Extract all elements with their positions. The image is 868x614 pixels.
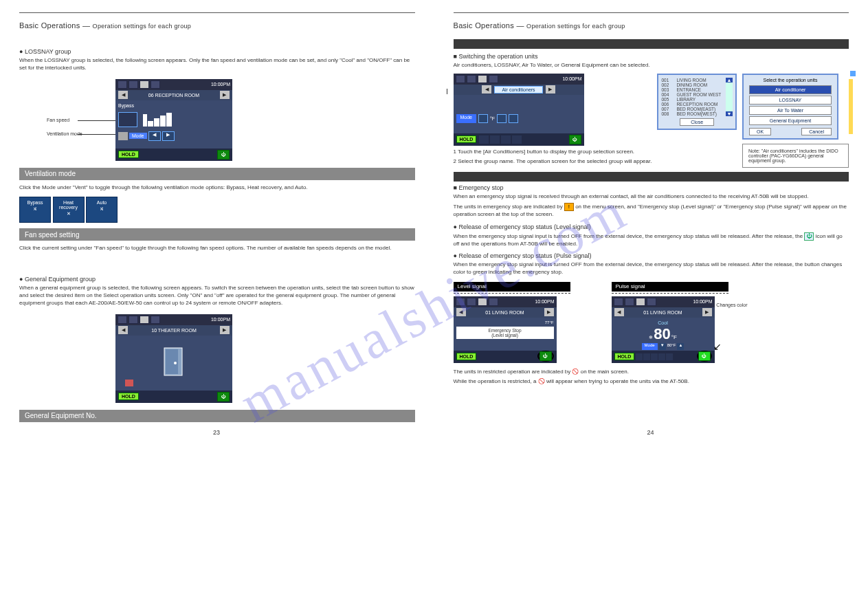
ventmode-desc: Click the Mode under "Vent" to toggle th… xyxy=(19,184,415,192)
emergency-p1: When an emergency stop signal is receive… xyxy=(454,193,849,201)
page-left: Basic Operations — Operation settings fo… xyxy=(0,0,434,439)
fan-bars-icon[interactable] xyxy=(143,113,173,127)
lcd-pulse: 10:00PM ◀ 01 LIVING ROOM ▶ Cool ❄ 80 °F … xyxy=(612,296,715,363)
scrollbar[interactable]: ▲ ▼ xyxy=(726,78,733,116)
view-icon-3[interactable] xyxy=(140,80,149,89)
restricted-p1: The units in restricted operation are in… xyxy=(454,369,849,376)
lossnay-title: ● LOSSNAY group xyxy=(19,48,415,55)
em-row: 01 LIVING ROOM xyxy=(485,310,524,315)
view-icon-3b[interactable] xyxy=(140,316,149,324)
hold-button-2[interactable]: HOLD xyxy=(118,393,139,400)
power-button-2[interactable]: ⏻ xyxy=(217,392,230,402)
cool-label: Cool xyxy=(614,320,712,325)
opt-ge[interactable]: General Equipment xyxy=(749,116,832,125)
prev-group-button[interactable]: ◀ xyxy=(118,91,128,99)
view-icon-2[interactable] xyxy=(129,80,138,89)
e2[interactable] xyxy=(467,298,476,306)
pl-prev[interactable]: ◀ xyxy=(614,308,624,316)
p2[interactable] xyxy=(625,298,634,306)
power-small-icon: ⏻ xyxy=(804,232,814,241)
lcd-switch: 10:00PM ◀ Air conditioners ▶ Mode °F xyxy=(454,74,584,146)
em-pwr[interactable]: ⏻ xyxy=(539,351,552,361)
pl-down[interactable]: ▼ xyxy=(659,343,666,350)
sw-up2[interactable] xyxy=(509,114,518,123)
opt-atw[interactable]: Air To Water xyxy=(749,106,832,115)
plico3[interactable] xyxy=(651,353,658,360)
group-name-2: 10 THEATER ROOM xyxy=(151,328,196,333)
power-button[interactable]: ⏻ xyxy=(217,150,230,160)
close-button[interactable]: Close xyxy=(680,118,714,126)
opt-lossnay[interactable]: LOSSNAY xyxy=(749,96,832,105)
plico4[interactable] xyxy=(658,353,665,360)
sw-dn[interactable] xyxy=(478,114,488,123)
prev-group-button-2[interactable]: ◀ xyxy=(118,326,128,334)
plico2[interactable] xyxy=(643,353,650,360)
p4[interactable] xyxy=(647,298,656,306)
pl-pwr[interactable]: ⏻ xyxy=(698,351,711,361)
pl-up[interactable]: ▲ xyxy=(677,343,684,350)
ico-c[interactable] xyxy=(501,135,511,144)
p3[interactable] xyxy=(636,298,645,306)
changes-color-callout: Changes color xyxy=(716,303,747,307)
next-group-button[interactable]: ▶ xyxy=(220,91,230,99)
ico-a[interactable] xyxy=(479,135,489,144)
scroll-down-icon[interactable]: ▼ xyxy=(726,111,733,116)
lcd-emergency: 10:00PM ◀ 01 LIVING ROOM ▶ 77°F Emergenc… xyxy=(454,296,557,363)
page-right: Basic Operations — Operation settings fo… xyxy=(434,0,869,439)
em-prev[interactable]: ◀ xyxy=(456,308,466,316)
scroll-up-icon[interactable]: ▲ xyxy=(726,78,733,83)
plico1[interactable] xyxy=(636,353,643,360)
vent-small-icon xyxy=(118,132,128,140)
hold-button[interactable]: HOLD xyxy=(118,151,139,158)
p1[interactable] xyxy=(614,298,623,306)
lcd-general: 10:00PM ◀ 10 THEATER ROOM ▶ HOLD xyxy=(115,314,232,403)
callout-fanspeed: Fan speed xyxy=(47,118,69,122)
release-level-text: When the emergency stop signal input is … xyxy=(454,232,849,248)
em-hold[interactable]: HOLD xyxy=(456,353,477,360)
ico-d[interactable] xyxy=(512,135,522,144)
v1[interactable] xyxy=(456,75,465,83)
release-pulse-title: ● Release of emergency stop status (Puls… xyxy=(454,252,849,259)
v3[interactable] xyxy=(478,75,487,83)
view-icon-1[interactable] xyxy=(118,80,127,89)
e4[interactable] xyxy=(489,298,498,306)
switch-units-desc: Air conditioners, LOSSNAY, Air To Water,… xyxy=(454,62,849,69)
air-conditioners-button[interactable]: Air conditioners xyxy=(494,86,542,94)
set-temp: 80 xyxy=(654,325,670,343)
sw-prev[interactable]: ◀ xyxy=(482,85,491,94)
pl-hold[interactable]: HOLD xyxy=(614,353,635,360)
v4[interactable] xyxy=(489,75,498,83)
sw-dn2[interactable] xyxy=(497,114,507,123)
vent-icon xyxy=(118,112,137,127)
view-icon-1b[interactable] xyxy=(118,316,127,324)
ico-b[interactable] xyxy=(490,135,500,144)
v2[interactable] xyxy=(467,75,476,83)
pl-next[interactable]: ▶ xyxy=(702,308,712,316)
e1[interactable] xyxy=(456,298,465,306)
step2: 2 Select the group name. The operation s… xyxy=(454,158,652,166)
em-next[interactable]: ▶ xyxy=(544,308,554,316)
warning-icon: ! xyxy=(564,203,574,211)
access-icon[interactable] xyxy=(151,80,160,89)
emergency-p2: The units in emergency stop are indicate… xyxy=(454,203,849,219)
stop-indicator-icon xyxy=(125,380,133,386)
sw-next[interactable]: ▶ xyxy=(546,85,555,94)
sw-pwr[interactable]: ⏻ xyxy=(569,135,581,144)
e3[interactable] xyxy=(478,298,487,306)
view-icon-2b[interactable] xyxy=(129,316,138,324)
mode-prev-button[interactable]: ◀ xyxy=(148,131,161,141)
mode-btn-sw[interactable]: Mode xyxy=(456,114,477,123)
ok-button[interactable]: OK xyxy=(749,128,771,135)
plico5[interactable] xyxy=(666,353,673,360)
mode-button[interactable]: Mode xyxy=(129,133,147,139)
emergency-message: Emergency Stop (Level signal) xyxy=(456,327,554,339)
switch-units-title: ■ Switching the operation units xyxy=(454,53,849,60)
pl-mode[interactable]: Mode xyxy=(642,343,658,350)
sw-hold[interactable]: HOLD xyxy=(456,135,477,143)
next-group-button-2[interactable]: ▶ xyxy=(220,326,230,334)
mode-next-button[interactable]: ▶ xyxy=(162,131,175,141)
ventmode-bar: Ventilation mode xyxy=(19,168,415,180)
access-iconb[interactable] xyxy=(151,316,160,324)
opt-ac[interactable]: Air conditioner xyxy=(749,85,832,94)
cancel-button[interactable]: Cancel xyxy=(801,128,832,135)
